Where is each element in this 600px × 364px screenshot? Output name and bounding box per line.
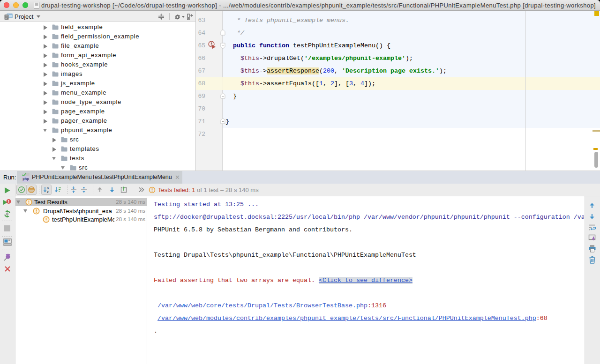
svg-text:z: z (47, 190, 49, 194)
